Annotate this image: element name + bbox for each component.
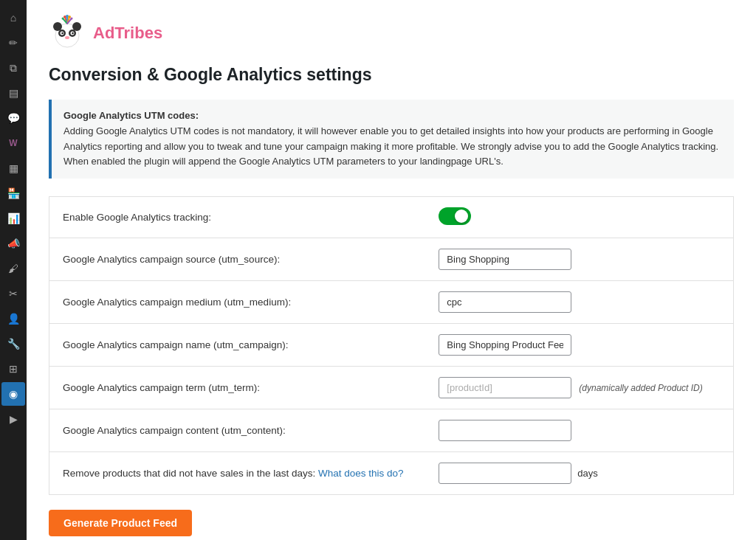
setting-label-enable-tracking: Enable Google Analytics tracking: bbox=[49, 197, 426, 238]
wrench-icon[interactable]: 🔧 bbox=[1, 332, 25, 356]
setting-label-utm-source: Google Analytics campaign source (utm_so… bbox=[49, 238, 426, 281]
brush-icon[interactable]: 🖌 bbox=[1, 257, 25, 280]
info-box-body: Adding Google Analytics UTM codes is not… bbox=[63, 125, 718, 167]
svg-point-9 bbox=[65, 36, 69, 39]
main-content: AdTribes Conversion & Google Analytics s… bbox=[27, 0, 756, 540]
table-row: Google Analytics campaign term (utm_term… bbox=[49, 367, 734, 409]
utm-campaign-input[interactable] bbox=[439, 334, 571, 356]
woo-icon[interactable]: W bbox=[1, 131, 25, 155]
setting-value-utm-source bbox=[425, 238, 733, 281]
utm-content-input[interactable] bbox=[439, 420, 571, 441]
enable-tracking-toggle[interactable] bbox=[439, 207, 471, 225]
utm-medium-input[interactable] bbox=[439, 291, 571, 313]
days-suffix: days bbox=[577, 468, 597, 479]
utm-term-note: (dynamically added Product ID) bbox=[579, 383, 702, 393]
utm-term-field-group: (dynamically added Product ID) bbox=[439, 377, 720, 398]
setting-value-remove-products: days bbox=[425, 452, 733, 495]
svg-point-8 bbox=[72, 32, 73, 34]
logo-area: AdTribes bbox=[49, 15, 734, 52]
svg-point-18 bbox=[62, 18, 64, 20]
table-row: Google Analytics campaign content (utm_c… bbox=[49, 409, 734, 452]
setting-label-utm-campaign: Google Analytics campaign name (utm_camp… bbox=[49, 324, 426, 367]
adtribes-sidebar-icon[interactable]: ◉ bbox=[1, 382, 25, 406]
table-row: Google Analytics campaign medium (utm_me… bbox=[49, 281, 734, 324]
page-title: Conversion & Google Analytics settings bbox=[49, 65, 734, 85]
remove-products-input[interactable] bbox=[439, 463, 571, 484]
table-row: Remove products that did not have sales … bbox=[49, 452, 734, 495]
tools-icon[interactable]: ✂ bbox=[1, 282, 25, 305]
setting-value-utm-campaign bbox=[425, 324, 733, 367]
user-icon[interactable]: 👤 bbox=[1, 307, 25, 330]
utm-source-input[interactable] bbox=[439, 249, 571, 270]
dashboard-icon[interactable]: ⌂ bbox=[1, 6, 25, 30]
store-icon[interactable]: 🏪 bbox=[1, 181, 25, 205]
remove-products-field-group: days bbox=[439, 463, 720, 484]
table-row: Enable Google Analytics tracking: bbox=[49, 197, 734, 238]
svg-point-1 bbox=[53, 22, 62, 31]
settings-table: Enable Google Analytics tracking: Google… bbox=[49, 196, 734, 495]
layers-icon[interactable]: ⧉ bbox=[1, 56, 25, 80]
setting-value-utm-term: (dynamically added Product ID) bbox=[425, 367, 733, 409]
sidebar: ⌂ ✏ ⧉ ▤ 💬 W ▦ 🏪 📊 📣 🖌 ✂ 👤 🔧 ⊞ ◉ ▶ bbox=[0, 0, 27, 540]
svg-point-19 bbox=[71, 18, 73, 20]
svg-point-17 bbox=[68, 15, 71, 18]
adtribes-logo bbox=[49, 15, 86, 52]
plugin-icon[interactable]: ⊞ bbox=[1, 357, 25, 381]
pin-icon[interactable]: ✏ bbox=[1, 31, 25, 55]
info-box: Google Analytics UTM codes: Adding Googl… bbox=[49, 100, 734, 179]
table-row: Google Analytics campaign source (utm_so… bbox=[49, 238, 734, 281]
what-does-this-do-link[interactable]: What does this do? bbox=[318, 468, 404, 479]
setting-value-enable-tracking bbox=[425, 197, 733, 238]
toggle-thumb bbox=[455, 210, 468, 223]
setting-label-remove-products: Remove products that did not have sales … bbox=[49, 452, 426, 495]
brand-name: AdTribes bbox=[93, 24, 162, 43]
svg-point-2 bbox=[72, 22, 81, 31]
play-icon[interactable]: ▶ bbox=[1, 407, 25, 431]
toggle-track bbox=[439, 207, 471, 225]
setting-value-utm-content bbox=[425, 409, 733, 452]
grid-icon[interactable]: ▦ bbox=[1, 156, 25, 180]
info-box-heading: Google Analytics UTM codes: bbox=[63, 110, 199, 121]
page-icon[interactable]: ▤ bbox=[1, 81, 25, 105]
megaphone-icon[interactable]: 📣 bbox=[1, 232, 25, 255]
setting-label-utm-medium: Google Analytics campaign medium (utm_me… bbox=[49, 281, 426, 324]
setting-label-utm-term: Google Analytics campaign term (utm_term… bbox=[49, 367, 426, 409]
utm-term-input[interactable] bbox=[439, 377, 571, 398]
comment-icon[interactable]: 💬 bbox=[1, 106, 25, 130]
setting-label-utm-content: Google Analytics campaign content (utm_c… bbox=[49, 409, 426, 452]
chart-icon[interactable]: 📊 bbox=[1, 207, 25, 230]
generate-product-feed-button[interactable]: Generate Product Feed bbox=[49, 510, 192, 536]
svg-point-7 bbox=[61, 32, 63, 34]
table-row: Google Analytics campaign name (utm_camp… bbox=[49, 324, 734, 367]
setting-value-utm-medium bbox=[425, 281, 733, 324]
